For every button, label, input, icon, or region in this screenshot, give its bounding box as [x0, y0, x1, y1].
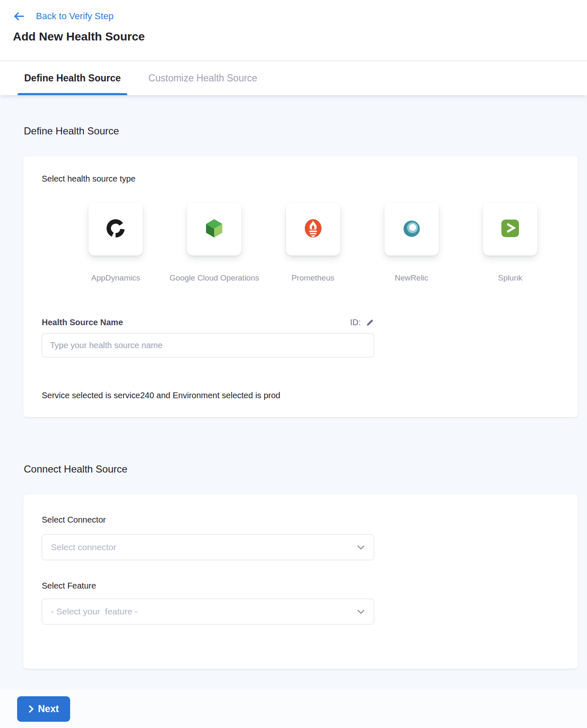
google-cloud-operations-icon [202, 217, 226, 242]
define-section-heading: Define Health Source [24, 125, 587, 137]
chevron-right-icon [28, 705, 34, 713]
health-source-tile-prometheus[interactable] [286, 203, 340, 255]
footer-bar: Next [0, 690, 587, 728]
health-source-label: NewRelic [395, 273, 428, 283]
select-feature-label: Select Feature [42, 581, 559, 591]
back-to-verify-step[interactable]: Back to Verify Step [13, 10, 587, 23]
chevron-down-icon [357, 545, 365, 550]
health-source-tile-newrelic[interactable] [385, 203, 439, 255]
health-source-option-newrelic: NewRelic [362, 203, 461, 283]
feature-select[interactable]: - Select your feature - [42, 599, 374, 624]
select-source-type-label: Select health source type [42, 174, 559, 184]
health-source-option-prometheus: Prometheus [263, 203, 362, 283]
service-environment-note: Service selected is service240 and Envir… [42, 391, 559, 400]
chevron-down-icon [357, 609, 365, 614]
health-source-tile-splunk[interactable] [483, 203, 537, 255]
back-link[interactable]: Back to Verify Step [36, 11, 114, 22]
health-source-label: Splunk [498, 273, 522, 283]
feature-select-placeholder: - Select your feature - [51, 607, 138, 617]
connect-section-heading: Connect Health Source [24, 463, 587, 475]
next-button-label: Next [38, 703, 59, 715]
tab-label: Customize Health Source [148, 73, 257, 84]
tab-bar: Define Health Source Customize Health So… [0, 61, 587, 95]
health-source-label: Google Cloud Operations [170, 273, 259, 283]
page-header: Back to Verify Step Add New Health Sourc… [0, 0, 587, 61]
splunk-icon [498, 217, 522, 242]
edit-id-button[interactable] [366, 318, 374, 327]
next-button[interactable]: Next [17, 696, 70, 722]
id-label: ID: [350, 318, 361, 327]
connector-select[interactable]: Select connector [42, 534, 374, 560]
tab-customize-health-source[interactable]: Customize Health Source [142, 61, 264, 95]
tab-define-health-source[interactable]: Define Health Source [18, 61, 127, 95]
health-source-label: Prometheus [291, 273, 334, 283]
page-title: Add New Health Source [13, 30, 587, 43]
select-connector-label: Select Connector [42, 515, 106, 524]
define-health-source-card: Select health source type AppDynamics Go… [23, 156, 578, 417]
main-content: Define Health Source Select health sourc… [0, 95, 587, 690]
health-source-name-row: Health Source Name ID: [42, 318, 374, 327]
health-source-name-input[interactable] [42, 333, 374, 357]
health-source-label: AppDynamics [91, 273, 140, 283]
appdynamics-icon [104, 217, 127, 242]
health-source-tile-appdynamics[interactable] [89, 203, 143, 255]
health-source-option-splunk: Splunk [461, 203, 559, 283]
health-source-tile-google-cloud-operations[interactable] [187, 203, 241, 255]
newrelic-icon [400, 217, 423, 242]
health-source-option-google-cloud-operations: Google Cloud Operations [165, 203, 263, 283]
health-source-name-label: Health Source Name [42, 318, 123, 327]
health-source-type-row: AppDynamics Google Cloud Operations Prom… [66, 203, 559, 283]
prometheus-icon [301, 216, 325, 242]
id-group: ID: [350, 318, 374, 327]
connector-select-placeholder: Select connector [51, 542, 116, 552]
tab-label: Define Health Source [24, 73, 121, 84]
back-arrow-icon[interactable] [13, 11, 25, 21]
connect-health-source-card: Select Connector Select connector Select… [23, 494, 578, 669]
health-source-option-appdynamics: AppDynamics [66, 203, 165, 283]
pencil-icon [366, 318, 374, 327]
